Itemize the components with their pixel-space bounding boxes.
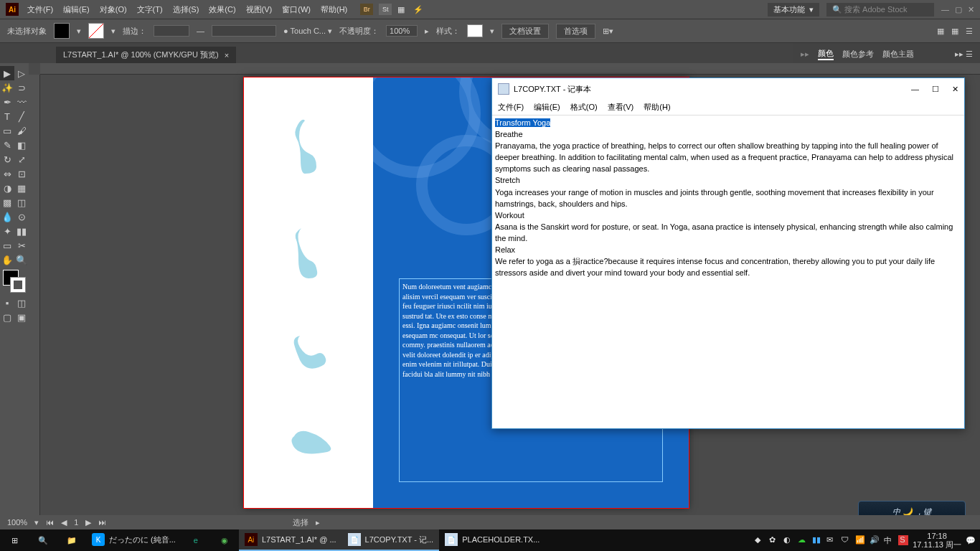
paintbrush-tool[interactable]: 🖌: [14, 123, 29, 138]
magic-wand-tool[interactable]: ✨: [0, 80, 14, 95]
arrange-icon[interactable]: ▦: [397, 5, 405, 14]
notepad-titlebar[interactable]: L7COPY.TXT - 记事本 — ☐ ✕: [492, 78, 964, 100]
notifications-icon[interactable]: 💬: [966, 536, 976, 545]
np-menu-help[interactable]: 帮助(H): [644, 102, 670, 113]
color-mode[interactable]: ▪: [0, 296, 14, 310]
menu-window[interactable]: 窗口(W): [282, 4, 311, 15]
menu-help[interactable]: 帮助(H): [321, 4, 347, 15]
taskbar-clock[interactable]: 17:18 17.11.13 周一: [913, 532, 961, 549]
prefs-button[interactable]: 首选项: [556, 24, 595, 39]
np-menu-file[interactable]: 文件(F): [498, 102, 524, 113]
align-icon[interactable]: ⊞▾: [603, 27, 613, 36]
eraser-tool[interactable]: ◧: [14, 138, 29, 152]
fill-swatch[interactable]: [54, 23, 70, 39]
direct-selection-tool[interactable]: ▷: [14, 66, 29, 80]
tray-icon[interactable]: ✿: [769, 535, 779, 545]
slice-tool[interactable]: ✂: [14, 238, 29, 253]
panel-more-icon[interactable]: ▸▸ ☰: [955, 50, 973, 59]
line-tool[interactable]: ╱: [14, 109, 29, 123]
color-themes-tab[interactable]: 颜色主题: [882, 49, 914, 60]
notepad-editor[interactable]: Transform Yoga Breathe Pranayama, the yo…: [492, 116, 964, 428]
workspace-switcher[interactable]: 基本功能▾: [768, 3, 819, 17]
brush-input[interactable]: [212, 25, 276, 37]
tray-icon[interactable]: ◐: [783, 535, 793, 545]
type-tool[interactable]: T: [0, 109, 14, 123]
browser-icon[interactable]: ◉: [210, 529, 239, 551]
tray-msg-icon[interactable]: ✉: [826, 535, 837, 545]
symbol-sprayer-tool[interactable]: ✦: [0, 224, 14, 238]
tray-icon[interactable]: ◆: [755, 535, 765, 545]
panel-toggle-icon[interactable]: ▦: [937, 27, 944, 36]
maximize-icon[interactable]: ▢: [955, 5, 962, 14]
rotate-tool[interactable]: ↻: [0, 152, 14, 166]
zoom-tool[interactable]: 🔍: [14, 253, 29, 267]
doc-setup-button[interactable]: 文档设置: [501, 24, 549, 39]
file-explorer-icon[interactable]: 📁: [57, 529, 86, 551]
curvature-tool[interactable]: 〰: [14, 95, 29, 109]
np-menu-edit[interactable]: 编辑(E): [534, 102, 560, 113]
gradient-tool[interactable]: ◫: [14, 195, 29, 209]
nav-next-icon[interactable]: ▶: [85, 518, 91, 527]
stock-icon[interactable]: St: [379, 4, 392, 15]
taskbar-music-app[interactable]: Kだったのに (純音...: [86, 529, 182, 551]
menu-file[interactable]: 文件(F): [27, 4, 53, 15]
menu-view[interactable]: 视图(V): [246, 4, 273, 15]
search-button[interactable]: 🔍: [29, 529, 57, 551]
fill-stroke-selector[interactable]: [3, 270, 26, 293]
tray-wifi-icon[interactable]: 📶: [855, 535, 865, 545]
panel-toggle-icon[interactable]: ▦: [951, 27, 958, 36]
menu-effect[interactable]: 效果(C): [209, 4, 235, 15]
rectangle-tool[interactable]: ▭: [0, 123, 14, 138]
document-tab[interactable]: L7START_1.AI* @ 100% (CMYK/GPU 预览) ×: [56, 47, 236, 63]
np-menu-format[interactable]: 格式(O): [570, 102, 598, 113]
status-scroll-icon[interactable]: ▸: [316, 518, 320, 527]
nav-prev-icon[interactable]: ◀: [61, 518, 67, 527]
shaper-tool[interactable]: ✎: [0, 138, 14, 152]
start-button[interactable]: ⊞: [0, 529, 29, 551]
panel-menu-icon[interactable]: ☰: [966, 27, 973, 36]
stock-search-input[interactable]: 🔍 搜索 Adobe Stock: [826, 3, 934, 17]
tray-wechat-icon[interactable]: ☁: [798, 535, 808, 545]
graph-tool[interactable]: ▮▮: [14, 224, 29, 238]
zoom-level[interactable]: 100%: [7, 518, 27, 527]
menu-edit[interactable]: 编辑(E): [63, 4, 90, 15]
blend-tool[interactable]: ⊙: [14, 209, 29, 224]
nav-last-icon[interactable]: ⏭: [98, 518, 106, 527]
notepad-window[interactable]: L7COPY.TXT - 记事本 — ☐ ✕ 文件(F) 编辑(E) 格式(O)…: [491, 77, 965, 429]
screen-mode-full[interactable]: ▣: [14, 310, 29, 324]
stroke-weight-input[interactable]: [154, 25, 189, 37]
menu-select[interactable]: 选择(S): [173, 4, 199, 15]
mesh-tool[interactable]: ▩: [0, 195, 14, 209]
tray-ime-icon[interactable]: 中: [884, 535, 894, 545]
menu-text[interactable]: 文字(T): [137, 4, 163, 15]
gradient-mode[interactable]: ◫: [14, 296, 29, 310]
perspective-tool[interactable]: ▦: [14, 181, 29, 195]
scale-tool[interactable]: ⤢: [14, 152, 29, 166]
selection-tool[interactable]: ▶: [0, 66, 14, 80]
close-icon[interactable]: ✕: [952, 85, 958, 94]
tray-network-icon[interactable]: ▮▮: [812, 535, 822, 545]
eyedropper-tool[interactable]: 💧: [0, 209, 14, 224]
tray-sogou-icon[interactable]: S: [898, 535, 908, 545]
nav-first-icon[interactable]: ⏮: [46, 518, 54, 527]
taskbar-illustrator[interactable]: AiL7START_1.AI* @ ...: [239, 529, 342, 551]
screen-mode-normal[interactable]: ▢: [0, 310, 14, 324]
lasso-tool[interactable]: ⊃: [14, 80, 29, 95]
close-icon[interactable]: ✕: [968, 5, 974, 14]
stroke-swatch[interactable]: [88, 23, 104, 39]
maximize-icon[interactable]: ☐: [932, 85, 939, 94]
minimize-icon[interactable]: —: [941, 5, 949, 14]
menu-object[interactable]: 对象(O): [100, 4, 127, 15]
ruler-horizontal[interactable]: [40, 63, 980, 75]
ruler-vertical[interactable]: [29, 75, 40, 515]
width-tool[interactable]: ⇔: [0, 166, 14, 181]
chevron-down-icon[interactable]: ▾: [77, 27, 81, 36]
color-tab[interactable]: 颜色: [818, 48, 834, 60]
artboard-tool[interactable]: ▭: [0, 238, 14, 253]
page-number[interactable]: 1: [74, 518, 78, 527]
np-menu-view[interactable]: 查看(V): [608, 102, 634, 113]
shape-builder-tool[interactable]: ◑: [0, 181, 14, 195]
chevron-down-icon[interactable]: ▾: [111, 27, 116, 36]
panel-icon[interactable]: ▸▸: [801, 50, 809, 59]
close-tab-icon[interactable]: ×: [225, 51, 229, 60]
